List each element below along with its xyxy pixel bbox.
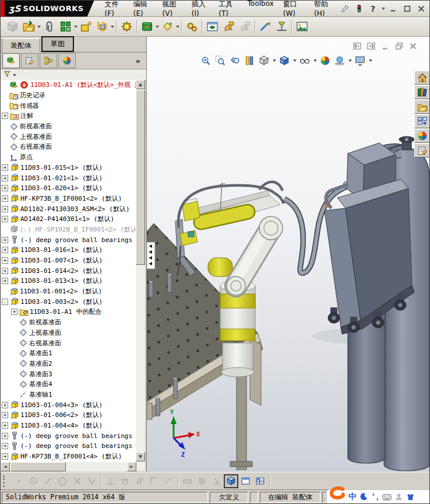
- scroll-down-button[interactable]: ▼: [136, 452, 145, 461]
- expand-toggle[interactable]: +: [2, 206, 8, 212]
- tree-item[interactable]: 基准面3: [1, 369, 136, 379]
- graphics-area[interactable]: Y X Z: [147, 37, 430, 472]
- tree-item[interactable]: +AD1102-P4130303_ASM<2> (默认): [1, 204, 136, 214]
- sogou-logo-icon[interactable]: [328, 489, 346, 504]
- tree-item[interactable]: 前视基准面: [1, 317, 136, 328]
- hide-show-items-caret-icon[interactable]: [313, 60, 317, 62]
- panel-expand-chevron[interactable]: »: [136, 57, 140, 65]
- expand-toggle[interactable]: +: [2, 164, 8, 171]
- expand-toggle[interactable]: +: [2, 453, 8, 460]
- sketch-point-icon[interactable]: [12, 474, 26, 488]
- tree-item[interactable]: 基准面2: [1, 359, 136, 369]
- tree-item[interactable]: +HF-KP73B_B_IF0001<4> (默认): [1, 452, 136, 462]
- tree-item[interactable]: -11D03-01-003<2> (默认): [1, 296, 136, 307]
- scroll-up-button[interactable]: ▲: [136, 80, 145, 89]
- expand-toggle[interactable]: +: [2, 185, 8, 191]
- grid-icon[interactable]: [195, 474, 209, 488]
- zoom-to-area-icon[interactable]: [214, 54, 227, 67]
- tree-item[interactable]: 基准轴1: [1, 390, 136, 400]
- show-window-icon[interactable]: [204, 19, 220, 35]
- expand-toggle[interactable]: +: [2, 216, 8, 222]
- soft-keyboard-icon[interactable]: [382, 492, 392, 502]
- tree-item[interactable]: +11D03-01-020<1> (默认): [1, 183, 136, 194]
- tab-sketch[interactable]: 草图: [41, 36, 74, 52]
- doc-window-dock-right-icon[interactable]: [366, 41, 376, 50]
- expand-toggle[interactable]: +: [2, 422, 8, 429]
- horizontal-scroll-thumb[interactable]: [10, 462, 66, 471]
- expand-toggle[interactable]: +: [11, 309, 17, 315]
- toolbar-drag-handle[interactable]: [3, 475, 7, 487]
- expand-toggle[interactable]: +: [2, 402, 8, 408]
- tree-item[interactable]: 原点: [1, 152, 136, 163]
- tree-item[interactable]: +11D03-01-004<3> (默认): [1, 400, 136, 410]
- apply-scene-icon[interactable]: [333, 54, 346, 67]
- scroll-left-button[interactable]: ◄: [1, 462, 10, 471]
- expand-toggle[interactable]: +: [2, 237, 8, 243]
- custom-properties-icon[interactable]: [414, 144, 430, 158]
- user-account-icon[interactable]: [394, 492, 403, 501]
- photo-view-icon[interactable]: [294, 19, 310, 35]
- expand-toggle[interactable]: +: [2, 443, 8, 449]
- tree-item[interactable]: 传感器: [1, 100, 136, 111]
- tree-item[interactable]: 右视基准面: [1, 142, 136, 152]
- tree-item[interactable]: +11D03-01-004<4> (默认): [1, 421, 136, 431]
- doc-window-restore-icon[interactable]: [394, 41, 404, 50]
- component-pattern-icon[interactable]: [57, 19, 73, 35]
- relation-perpendicular-icon[interactable]: [103, 474, 118, 488]
- tree-item[interactable]: +HF-KP73B_B_IF0001<2> (默认): [1, 194, 136, 204]
- previous-view-icon[interactable]: [228, 54, 241, 67]
- tree-item[interactable]: 11D03-01-001<2> (默认): [1, 286, 136, 297]
- filter-funnel-icon[interactable]: [3, 70, 11, 80]
- tree-item[interactable]: +11D03-01-015<1> (默认): [1, 163, 136, 173]
- tree-item[interactable]: +(-) deep groove ball bearings gb: [1, 235, 136, 245]
- expand-toggle[interactable]: +: [2, 268, 8, 274]
- assembly-features-icon[interactable]: [118, 19, 135, 35]
- display-style-icon[interactable]: [278, 54, 291, 67]
- file-explorer-icon[interactable]: [414, 100, 430, 114]
- expand-toggle[interactable]: +: [2, 175, 8, 181]
- relation-trail-icon[interactable]: [161, 474, 176, 488]
- tree-item[interactable]: +11D03-01-007<1> (默认): [1, 256, 136, 266]
- expand-toggle[interactable]: +: [2, 113, 8, 119]
- tree-horizontal-scrollbar[interactable]: ◄ ►: [1, 462, 136, 471]
- view-palette-icon[interactable]: [414, 114, 430, 128]
- sketch-circle-icon[interactable]: [26, 474, 41, 488]
- toolbox-icon[interactable]: [139, 19, 155, 35]
- doc-window-close-icon[interactable]: [408, 41, 418, 50]
- close-button[interactable]: [415, 4, 427, 14]
- 3d-scene[interactable]: Y X Z: [147, 37, 430, 472]
- tree-item[interactable]: +(-) deep groove ball bearings gb: [1, 430, 136, 441]
- expand-toggle[interactable]: +: [2, 412, 8, 418]
- sketch-angle-icon[interactable]: [84, 474, 99, 488]
- skin-icon[interactable]: [406, 492, 415, 501]
- tree-item[interactable]: +AD1402-P4140301<1> (默认): [1, 214, 136, 225]
- tree-item[interactable]: +11D03-01-006<2> (默认): [1, 410, 136, 421]
- doc-window-minimize-icon[interactable]: [380, 41, 390, 50]
- display-style-caret-icon[interactable]: [293, 60, 297, 62]
- vertical-scroll-thumb[interactable]: [136, 90, 145, 265]
- propertymanager-icon[interactable]: [21, 53, 38, 68]
- tree-vertical-scrollbar[interactable]: ▲ ▼: [136, 80, 145, 471]
- zoom-to-fit-icon[interactable]: [199, 54, 212, 67]
- help-button[interactable]: ?: [367, 4, 379, 14]
- expand-toggle[interactable]: +: [2, 433, 8, 439]
- tree-item[interactable]: +11D03-01-013<1> (默认): [1, 276, 136, 286]
- appearances-scenes-icon[interactable]: [414, 129, 430, 143]
- insert-component-icon[interactable]: [4, 19, 20, 35]
- expand-toggle[interactable]: -: [2, 299, 8, 305]
- featuremanager-tree-icon[interactable]: [2, 53, 20, 68]
- section-view-icon[interactable]: [243, 54, 256, 67]
- restore-button[interactable]: [401, 4, 413, 14]
- relation-tangent-icon[interactable]: [118, 474, 132, 488]
- tree-item[interactable]: 前视基准面: [1, 121, 136, 132]
- sketch-cross-icon[interactable]: [70, 474, 84, 488]
- smart-dimension-icon[interactable]: [159, 19, 175, 35]
- tree-item[interactable]: +(-) deep groove ball bearings gb: [1, 441, 136, 452]
- expand-toggle[interactable]: +: [2, 257, 8, 264]
- configurationmanager-icon[interactable]: [40, 53, 57, 68]
- chinese-mode-icon[interactable]: 中: [348, 492, 357, 502]
- relation-corner-icon[interactable]: [147, 474, 161, 488]
- expand-toggle[interactable]: +: [2, 247, 8, 253]
- tree-item[interactable]: 右视基准面: [1, 338, 136, 348]
- view-orientation-caret-icon[interactable]: [273, 60, 276, 62]
